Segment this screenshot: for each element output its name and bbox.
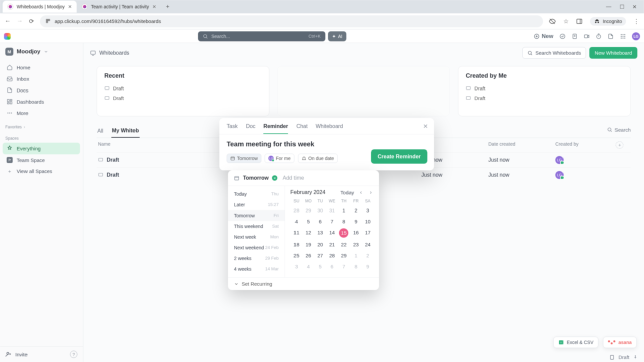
new-button[interactable]: New bbox=[534, 33, 553, 40]
invite-button[interactable]: Invite bbox=[15, 352, 28, 357]
calendar-day[interactable]: 5 bbox=[314, 262, 326, 271]
doc-icon[interactable] bbox=[608, 33, 614, 39]
close-icon[interactable]: ✕ bbox=[152, 4, 156, 9]
sidebar-item-docs[interactable]: Docs bbox=[3, 84, 80, 96]
quick-date-option[interactable]: 4 weeks14 Mar bbox=[228, 264, 285, 275]
calendar-day[interactable]: 12 bbox=[302, 228, 314, 238]
import-asana-button[interactable]: asana bbox=[603, 337, 637, 348]
recent-item[interactable]: Draft bbox=[104, 83, 262, 93]
workspace-switcher[interactable]: M Moodjoy bbox=[0, 43, 83, 60]
quick-date-option[interactable]: Next weekMon bbox=[228, 232, 285, 242]
close-icon[interactable]: ✕ bbox=[68, 4, 72, 9]
calendar-day[interactable]: 15 bbox=[339, 228, 348, 238]
import-excel-button[interactable]: X Excel & CSV bbox=[553, 337, 598, 348]
calendar-day[interactable]: 29 bbox=[338, 251, 350, 260]
created-item[interactable]: Draft bbox=[466, 93, 623, 103]
url-input[interactable]: app.clickup.com/9016164592/hubs/whiteboa… bbox=[40, 15, 543, 27]
tab-my-whiteboards[interactable]: My Whiteb bbox=[111, 124, 140, 138]
calendar-prev-button[interactable]: ‹ bbox=[358, 189, 364, 195]
help-icon[interactable]: ? bbox=[70, 351, 77, 358]
site-settings-icon[interactable] bbox=[45, 18, 51, 24]
calendar-day[interactable]: 14 bbox=[326, 228, 338, 238]
modal-tab-task[interactable]: Task bbox=[227, 123, 238, 134]
calendar-day[interactable]: 20 bbox=[314, 240, 326, 249]
sidebar-item-inbox[interactable]: Inbox bbox=[3, 73, 80, 84]
modal-tab-whiteboard[interactable]: Whiteboard bbox=[316, 123, 343, 134]
modal-tab-chat[interactable]: Chat bbox=[296, 123, 308, 134]
calendar-day[interactable]: 8 bbox=[350, 262, 362, 271]
tab-all[interactable]: All bbox=[97, 125, 104, 137]
browser-tab[interactable]: Whiteboards | Moodjoy ✕ bbox=[3, 1, 77, 13]
menu-icon[interactable]: ⋮ bbox=[633, 18, 639, 25]
creator-avatar[interactable]: LG bbox=[555, 171, 564, 179]
panel-icon[interactable] bbox=[576, 18, 583, 25]
calendar-day[interactable]: 10 bbox=[362, 217, 374, 226]
clickup-logo-icon[interactable] bbox=[4, 33, 11, 40]
calendar-day[interactable]: 17 bbox=[362, 228, 374, 238]
calendar-day[interactable]: 9 bbox=[362, 262, 374, 271]
calendar-day[interactable]: 19 bbox=[302, 240, 314, 249]
record-icon[interactable] bbox=[584, 33, 590, 39]
sidebar-item-home[interactable]: Home bbox=[3, 62, 80, 73]
sidebar-item-dashboards[interactable]: Dashboards bbox=[3, 96, 80, 107]
calendar-day[interactable]: 25 bbox=[290, 251, 302, 260]
minimize-icon[interactable]: — bbox=[606, 4, 611, 10]
calendar-day[interactable]: 6 bbox=[314, 217, 326, 226]
reload-icon[interactable]: ⟳ bbox=[29, 18, 34, 25]
calendar-day[interactable]: 29 bbox=[302, 206, 314, 215]
notepad-icon[interactable] bbox=[572, 33, 578, 39]
reminder-title-input[interactable] bbox=[227, 140, 427, 148]
close-icon[interactable]: ✕ bbox=[423, 123, 428, 130]
space-item-team[interactable]: Team Space bbox=[3, 154, 80, 166]
created-item[interactable]: Draft bbox=[466, 83, 623, 93]
calendar-day[interactable]: 1 bbox=[338, 206, 350, 215]
close-window-icon[interactable]: ✕ bbox=[632, 4, 637, 10]
calendar-day[interactable]: 28 bbox=[326, 251, 338, 260]
calendar-day[interactable]: 23 bbox=[350, 240, 362, 249]
calendar-day[interactable]: 3 bbox=[362, 206, 374, 215]
space-item-view-all[interactable]: + View all Spaces bbox=[3, 166, 80, 177]
creator-avatar[interactable]: LG bbox=[555, 156, 564, 164]
calendar-day[interactable]: 30 bbox=[314, 206, 326, 215]
calendar-next-button[interactable]: › bbox=[368, 189, 374, 195]
calendar-day[interactable]: 2 bbox=[362, 251, 374, 260]
calendar-day[interactable]: 13 bbox=[314, 228, 326, 238]
space-item-everything[interactable]: Everything bbox=[3, 143, 80, 154]
calendar-day[interactable]: 3 bbox=[290, 262, 302, 271]
new-whiteboard-button[interactable]: New Whiteboard bbox=[589, 47, 637, 59]
timer-icon[interactable] bbox=[596, 33, 602, 39]
forward-icon[interactable]: → bbox=[17, 18, 23, 25]
recent-item[interactable]: Draft bbox=[104, 93, 262, 103]
quick-date-option[interactable]: This weekendSat bbox=[228, 221, 285, 232]
quick-date-option[interactable]: TomorrowFri bbox=[228, 210, 285, 221]
search-whiteboards-button[interactable]: Search Whiteboards bbox=[522, 47, 586, 59]
eye-off-icon[interactable] bbox=[549, 18, 556, 25]
calendar-day[interactable]: 9 bbox=[350, 217, 362, 226]
calendar-day[interactable]: 7 bbox=[326, 217, 338, 226]
quick-date-option[interactable]: Next weekend24 Feb bbox=[228, 242, 285, 253]
quick-date-option[interactable]: 2 weeks29 Feb bbox=[228, 253, 285, 264]
check-circle-icon[interactable] bbox=[559, 33, 566, 39]
calendar-today-button[interactable]: Today bbox=[340, 190, 354, 195]
maximize-icon[interactable]: ☐ bbox=[620, 4, 624, 10]
browser-tab[interactable]: Team activity | Team activity ✕ bbox=[77, 1, 161, 13]
star-icon[interactable]: ☆ bbox=[563, 18, 569, 25]
status-draft[interactable]: Draft bbox=[618, 354, 629, 360]
calendar-day[interactable]: 4 bbox=[290, 217, 302, 226]
calendar-day[interactable]: 2 bbox=[350, 206, 362, 215]
calendar-day[interactable]: 7 bbox=[338, 262, 350, 271]
add-column-button[interactable]: + bbox=[616, 141, 623, 149]
calendar-day[interactable]: 4 bbox=[302, 262, 314, 271]
table-search[interactable]: Search bbox=[607, 127, 631, 135]
calendar-day[interactable]: 22 bbox=[338, 240, 350, 249]
global-search[interactable]: Search... Ctrl+K bbox=[198, 31, 325, 41]
notify-chip[interactable]: On due date bbox=[298, 154, 338, 163]
quick-date-option[interactable]: TodayThu bbox=[228, 189, 285, 199]
quick-date-option[interactable]: Later15:27 bbox=[228, 199, 285, 210]
calendar-day[interactable]: 27 bbox=[314, 251, 326, 260]
apps-icon[interactable] bbox=[620, 33, 626, 39]
sidebar-item-more[interactable]: More bbox=[3, 107, 80, 119]
calendar-day[interactable]: 11 bbox=[290, 228, 302, 238]
add-time-button[interactable]: Add time bbox=[283, 175, 304, 181]
clear-date-button[interactable]: ✕ bbox=[272, 175, 277, 181]
